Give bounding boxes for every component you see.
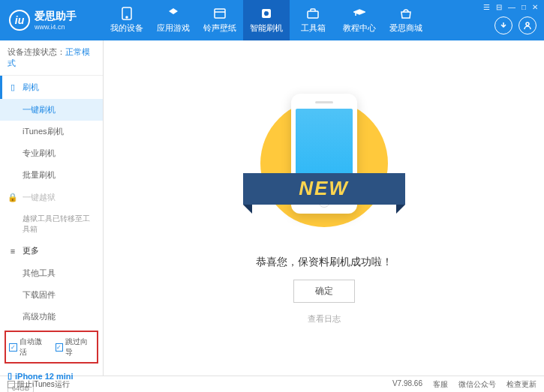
checkbox-skip-setup[interactable]: ✓ 跳过向导 [56, 337, 95, 358]
sidebar: 设备连接状态：正常模式 ▯ 刷机 一键刷机 iTunes刷机 专业刷机 批量刷机… [0, 40, 104, 376]
tab-label: 工具箱 [301, 22, 326, 34]
maximize-icon[interactable]: □ [521, 3, 526, 11]
tab-label: 铃声壁纸 [203, 22, 236, 34]
checkbox-label: 自动激活 [20, 337, 48, 358]
sidebar-item-other-tools[interactable]: 其他工具 [0, 262, 103, 284]
store-icon [399, 7, 413, 20]
checkbox-icon: ✓ [56, 343, 64, 352]
checkbox-icon: ✓ [9, 343, 17, 352]
phone-icon: ▯ [8, 82, 18, 92]
tab-label: 教程中心 [343, 22, 376, 34]
conn-label: 设备连接状态： [8, 47, 65, 56]
support-link[interactable]: 客服 [433, 379, 448, 390]
success-message: 恭喜您，保资料刷机成功啦！ [256, 256, 392, 269]
nav-tabs: 我的设备 应用游戏 铃声壁纸 智能刷机 工具箱 教程中心 爱思商城 [104, 0, 429, 40]
options-highlighted: ✓ 自动激活 ✓ 跳过向导 [5, 331, 98, 364]
version-label: V7.98.66 [392, 379, 422, 390]
tab-ringtones[interactable]: 铃声壁纸 [197, 0, 243, 40]
logo-area: iu 爱思助手 www.i4.cn [0, 10, 104, 31]
checkbox-label: 阻止iTunes运行 [17, 379, 70, 390]
close-icon[interactable]: ✕ [532, 3, 538, 11]
sidebar-item-oneclick-flash[interactable]: 一键刷机 [0, 99, 103, 121]
logo-icon: iu [9, 10, 30, 31]
svg-point-1 [126, 16, 128, 18]
sidebar-item-advanced[interactable]: 高级功能 [0, 306, 103, 328]
section-label: 更多 [23, 245, 39, 256]
checkbox-label: 跳过向导 [65, 337, 94, 358]
sidebar-section-jailbreak: 🔒 一键越狱 [0, 186, 103, 209]
checkbox-block-itunes[interactable]: 阻止iTunes运行 [8, 379, 70, 390]
tab-label: 我的设备 [110, 22, 143, 34]
view-log-link[interactable]: 查看日志 [308, 313, 341, 325]
app-url: www.i4.cn [35, 23, 77, 31]
connection-status: 设备连接状态：正常模式 [0, 40, 103, 76]
checkbox-icon [8, 381, 15, 388]
app-header: iu 爱思助手 www.i4.cn 我的设备 应用游戏 铃声壁纸 智能刷机 工具… [0, 0, 544, 40]
sidebar-item-download-firmware[interactable]: 下载固件 [0, 284, 103, 306]
sidebar-item-pro-flash[interactable]: 专业刷机 [0, 142, 103, 164]
download-button[interactable] [494, 16, 512, 34]
ribbon-text: NEW [299, 177, 349, 200]
toolbox-icon [306, 7, 320, 20]
app-title: 爱思助手 [35, 10, 77, 23]
wechat-link[interactable]: 微信公众号 [458, 379, 496, 390]
checkbox-auto-activate[interactable]: ✓ 自动激活 [9, 337, 48, 358]
phone-icon [120, 7, 134, 20]
svg-rect-4 [308, 11, 318, 18]
tab-my-device[interactable]: 我的设备 [104, 0, 150, 40]
tab-label: 应用游戏 [157, 22, 190, 34]
tab-tutorials[interactable]: 教程中心 [336, 0, 383, 40]
sidebar-section-flash[interactable]: ▯ 刷机 [0, 76, 103, 99]
tab-store[interactable]: 爱思商城 [383, 0, 429, 40]
menu-icon[interactable]: ☰ [483, 3, 490, 11]
tutorial-icon [353, 7, 366, 20]
user-button[interactable] [518, 16, 536, 34]
tab-label: 智能刷机 [250, 22, 283, 34]
tab-label: 爱思商城 [389, 22, 422, 34]
section-label: 一键越狱 [23, 192, 56, 203]
menu-icon: ≡ [8, 247, 18, 256]
minimize-icon[interactable]: — [508, 3, 515, 11]
sidebar-item-batch-flash[interactable]: 批量刷机 [0, 164, 103, 186]
section-label: 刷机 [23, 82, 39, 93]
sidebar-section-more[interactable]: ≡ 更多 [0, 239, 103, 262]
svg-point-5 [526, 22, 529, 25]
jailbreak-note: 越狱工具已转移至工具箱 [0, 209, 103, 239]
tab-apps-games[interactable]: 应用游戏 [150, 0, 197, 40]
check-update-link[interactable]: 检查更新 [506, 379, 536, 390]
flash-icon [260, 7, 273, 20]
window-controls: ☰ ⊟ — □ ✕ [483, 3, 538, 11]
tab-toolbox[interactable]: 工具箱 [290, 0, 336, 40]
success-illustration: NEW [257, 92, 392, 242]
ok-button[interactable]: 确定 [293, 280, 355, 303]
main-content: NEW 恭喜您，保资料刷机成功啦！ 确定 查看日志 [104, 40, 544, 376]
sidebar-item-itunes-flash[interactable]: iTunes刷机 [0, 121, 103, 142]
svg-rect-2 [215, 9, 225, 18]
wallpaper-icon [213, 7, 227, 20]
lock-icon: 🔒 [8, 193, 18, 202]
apps-icon [167, 7, 180, 20]
tab-smart-flash[interactable]: 智能刷机 [243, 0, 290, 40]
pin-icon[interactable]: ⊟ [496, 3, 502, 11]
